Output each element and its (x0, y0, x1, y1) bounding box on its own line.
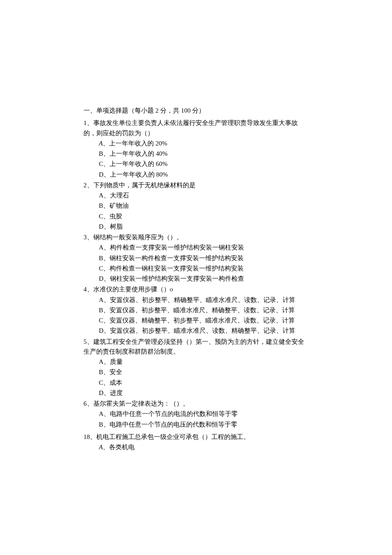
question-2-option-d: D、树脂 (99, 222, 308, 232)
question-1-option-c: C、上一年年收入的 60% (99, 159, 308, 169)
option-text: 、成本 (103, 379, 122, 386)
option-label: D (99, 327, 104, 334)
option-text: 、电路中任意一个节点的电流的代数和恒等于零 (104, 410, 238, 417)
question-4-option-d: D、安置仪器、初步整平、瞄准水准尺、读数、精确整平、记录、计算 (99, 326, 308, 336)
question-18-stem: 18、机电工程施工总承包一级企业可承包（）工程的施工。 (84, 432, 308, 442)
question-2-option-c: C、虫胶 (99, 212, 308, 221)
question-2: 2、下列物质中，属于无机绝缘材料的是 A、大理石 B、矿物油 C、虫胶 D、树脂 (84, 180, 308, 232)
question-6: 6、基尔霍夫第一定律表达为：（）。 A、电路中任意一个节点的电流的代数和恒等于零… (84, 399, 308, 430)
option-label: C (99, 213, 103, 220)
option-label: D (99, 171, 104, 178)
option-label: D (99, 389, 104, 396)
option-text: 、上一年年收入的 60% (103, 160, 167, 167)
question-5-option-d: D、进度 (99, 388, 308, 398)
question-6-option-b: B、电路中任意一个节点的电压的代数和恒等于零 (99, 420, 308, 430)
option-text: 、质量 (104, 358, 123, 365)
question-4-option-c: C、安置仪器、精确整平、初步整平、瞄准水准尺、读数、记录、计算 (99, 316, 308, 325)
question-1-option-b: B、上一年年收入的 40% (99, 149, 308, 159)
option-label: A (99, 410, 104, 417)
question-1-stem: 1、事故发生单位主要负责人未依法履行安全生产管理职责导致发生重大事故的，则应处的… (84, 118, 308, 138)
question-5-option-a: A、质量 (99, 357, 308, 367)
option-text: 、大理石 (104, 192, 129, 199)
option-label: C (99, 265, 103, 272)
option-label: B (99, 307, 103, 314)
option-text: 、钢柱安装一维护结构安装一支撑安装一构件检查 (104, 275, 244, 282)
question-5-stem: 5、建筑工程安全生产管理必须坚持（）第一、预防为主的方针，建立健全安全生产的责任… (84, 337, 308, 357)
question-3: 3、钢结构一般安装顺序应为（）。 A、构件检查一支撑安装一维护结构安装一钢柱安装… (84, 232, 308, 284)
option-label: C (99, 379, 103, 386)
option-text: 、安置仪器、精确整平、初步整平、瞄准水准尺、读数、记录、计算 (103, 317, 295, 324)
option-label: B (99, 369, 103, 375)
option-text: 、上一年年收入的 80% (104, 171, 168, 178)
option-text: 、树脂 (104, 223, 123, 230)
option-label: C (99, 160, 103, 167)
option-label: B (99, 255, 103, 262)
question-4-stem: 4、水准仪的主要使用步骤（）o (84, 285, 308, 294)
option-text: 、安置仪器、初步整平、精确整平、瞄准水准尺、读数、记录、计算 (104, 296, 295, 303)
option-text: 、电路中任意一个节点的电压的代数和恒等于零 (103, 421, 237, 428)
option-text: 、矿物油 (103, 202, 129, 209)
question-1-option-d: D、上一年年收入的 80% (99, 170, 308, 180)
question-2-option-a: A、大理石 (99, 191, 308, 200)
option-label: A (99, 444, 103, 450)
question-6-option-a: A、电路中任意一个节点的电流的代数和恒等于零 (99, 409, 308, 419)
option-text: 、各类机电 (103, 444, 135, 450)
question-5: 5、建筑工程安全生产管理必须坚持（）第一、预防为主的方针，建立健全安全生产的责任… (84, 337, 308, 398)
question-1-option-a: A、上一年年收入的 20% (99, 139, 308, 148)
option-text: 、上一年年收入的 20% (103, 140, 167, 147)
section-title: 一、单项选择题（每小题 2 分，共 100 分） (84, 106, 308, 116)
option-label: A (99, 140, 103, 147)
option-text: 、安置仪器、初步整平、瞄准水准尺、读数、精确整平、记录、计算 (104, 327, 295, 334)
option-text: 、进度 (104, 389, 123, 396)
option-text: 、上一年年收入的 40% (103, 150, 167, 157)
option-label: B (99, 150, 103, 157)
question-3-option-d: D、钢柱安装一维护结构安装一支撑安装一构件检查 (99, 274, 308, 284)
option-label: A (99, 358, 104, 365)
question-4: 4、水准仪的主要使用步骤（）o A、安置仪器、初步整平、精确整平、瞄准水准尺、读… (84, 285, 308, 336)
question-3-option-c: C、构件检查一钢柱安装一支撑安装一维护结构安装 (99, 264, 308, 273)
option-label: B (99, 421, 103, 428)
question-2-option-b: B、矿物油 (99, 201, 308, 211)
question-18: 18、机电工程施工总承包一级企业可承包（）工程的施工。 A、各类机电 (84, 432, 308, 453)
question-6-stem: 6、基尔霍夫第一定律表达为：（）。 (84, 399, 308, 409)
question-4-option-b: B、安置仪器、初步整平、瞄准水准尺、精确整平、读数、记录、计算 (99, 305, 308, 315)
question-4-option-a: A、安置仪器、初步整平、精确整平、瞄准水准尺、读数、记录、计算 (99, 295, 308, 305)
question-2-stem: 2、下列物质中，属于无机绝缘材料的是 (84, 180, 308, 190)
option-text: 、构件检查一支撑安装一维护结构安装一钢柱安装 (104, 244, 244, 251)
question-3-option-b: B、钢柱安装一构件检查一支撑安装一维护结构安装 (99, 253, 308, 263)
option-label: B (99, 202, 103, 209)
option-text: 、构件检查一钢柱安装一支撑安装一维护结构安装 (103, 265, 244, 272)
option-label: C (99, 317, 103, 324)
option-label: D (99, 223, 104, 230)
question-5-option-c: C、成本 (99, 378, 308, 388)
question-5-option-b: B、安全 (99, 367, 308, 377)
question-3-option-a: A、构件检查一支撑安装一维护结构安装一钢柱安装 (99, 243, 308, 253)
option-text: 、钢柱安装一构件检查一支撑安装一维护结构安装 (103, 255, 244, 262)
option-label: D (99, 275, 104, 282)
option-label: A (99, 192, 104, 199)
option-text: 、虫胶 (103, 213, 122, 220)
question-1: 1、事故发生单位主要负责人未依法履行安全生产管理职责导致发生重大事故的，则应处的… (84, 118, 308, 180)
question-3-stem: 3、钢结构一般安装顺序应为（）。 (84, 232, 308, 242)
option-label: A (99, 296, 104, 303)
option-text: 、安置仪器、初步整平、瞄准水准尺、精确整平、读数、记录、计算 (103, 307, 295, 314)
option-label: A (99, 244, 104, 251)
question-18-option-a: A、各类机电 (99, 442, 308, 452)
option-text: 、安全 (103, 369, 122, 375)
